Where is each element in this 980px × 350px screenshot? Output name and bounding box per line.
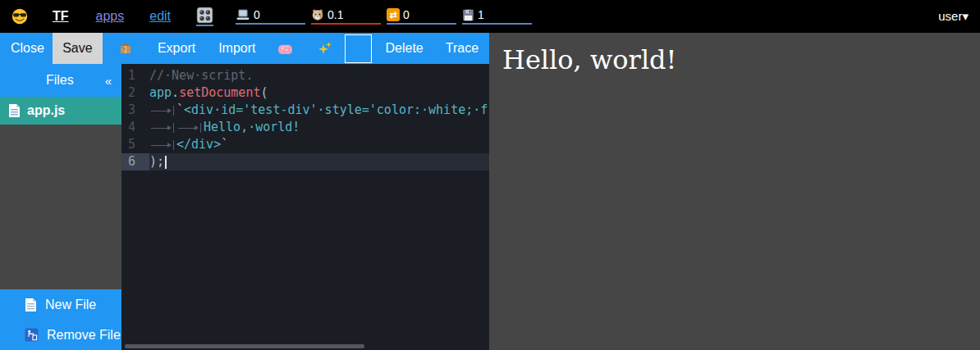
collapse-sidebar-button[interactable]: « [105, 74, 121, 88]
edit-link[interactable]: edit [149, 9, 171, 24]
import-button[interactable]: Import [218, 41, 255, 56]
code-editor[interactable]: 1 //·New·script. 2 app.setDocument( 3 `<… [121, 64, 489, 350]
laptop-counter: 0 [236, 8, 305, 25]
hamster-counter: 0.1 [311, 8, 381, 25]
line-number: 6 [121, 153, 149, 170]
tab-indicator [149, 123, 174, 133]
files-title: Files [0, 73, 105, 88]
code-line: 2 app.setDocument( [121, 84, 489, 102]
file-name: app.js [27, 103, 65, 118]
remove-file-button[interactable]: Remove File [0, 320, 121, 350]
user-menu[interactable]: user▾ [938, 9, 980, 24]
line-number: 5 [121, 136, 149, 153]
line-number: 3 [121, 102, 149, 119]
files-sidebar: Files « app.j [0, 64, 121, 350]
laptop-counter-value: 0 [254, 8, 260, 21]
floppy-counter-value: 1 [478, 8, 484, 21]
horizontal-scrollbar[interactable] [125, 344, 364, 348]
files-header: Files « [0, 64, 121, 97]
hello-world-text: Hello, world! [502, 44, 980, 75]
export-button[interactable]: Export [158, 41, 195, 56]
apps-link[interactable]: apps [96, 9, 125, 24]
code-token-punct: ); [149, 154, 164, 169]
smiley-sunglasses-icon[interactable] [11, 7, 29, 25]
soap-icon[interactable] [277, 43, 293, 55]
code-token-punct: ` [221, 137, 228, 152]
text-cursor [165, 156, 167, 169]
tab-indicator [149, 106, 174, 116]
line-number: 4 [121, 119, 149, 136]
code-line: 3 `<div·id='test-div'·style='color:·whit… [121, 102, 489, 119]
close-button[interactable]: Close [11, 41, 44, 56]
tab-indicator [176, 123, 201, 133]
code-token-string: </div> [176, 137, 221, 152]
top-bar-left: TF apps edit [0, 7, 538, 26]
code-token-variable: app [149, 85, 172, 100]
hamster-counter-value: 0.1 [327, 8, 343, 21]
color-swatch-button[interactable] [345, 34, 372, 63]
line-number: 2 [121, 84, 149, 102]
code-line: 1 //·New·script. [121, 67, 489, 84]
trace-button[interactable]: Trace [446, 41, 479, 56]
document-preview: Hello, world! [489, 33, 980, 350]
app-window: TF apps edit [0, 0, 980, 350]
code-line-active: 6 ); [121, 153, 489, 170]
document-icon [8, 103, 21, 118]
sidebar-actions: New File [0, 289, 121, 350]
code-line: 5 </div>` [121, 136, 489, 153]
new-file-button[interactable]: New File [0, 289, 121, 320]
brand-link[interactable]: TF [53, 9, 69, 24]
line-number: 1 [121, 67, 149, 84]
delete-button[interactable]: Delete [386, 41, 424, 56]
code-token-property: setDocument [179, 85, 260, 100]
sync-counter-value: 0 [403, 8, 410, 21]
code-token-string: <div·id='test-div'·style='color:·white;·… [184, 102, 488, 117]
floppy-disk-icon [462, 9, 474, 21]
code-token-punct: . [172, 85, 179, 100]
sidebar-empty-space [0, 125, 121, 289]
code-token-punct: ( [260, 85, 268, 100]
ide-panel: Close Save Export Import [0, 33, 489, 350]
laptop-icon [236, 9, 250, 21]
code-token-comment: //·New·script. [149, 68, 253, 83]
code-token-string: Hello,·world! [204, 120, 300, 134]
editor-toolbar: Close Save Export Import [0, 33, 489, 64]
code-line: 4 Hello,·world! [121, 119, 489, 136]
litter-bin-icon [25, 328, 39, 342]
main-area: Close Save Export Import [0, 33, 980, 350]
code-token-punct: ` [176, 102, 184, 117]
sync-counter: ⇄ 0 [387, 8, 456, 25]
tab-indicator [149, 140, 174, 150]
workspace: Files « app.j [0, 64, 489, 350]
file-item-appjs[interactable]: app.js [0, 97, 121, 125]
remove-file-label: Remove File [47, 328, 121, 343]
control-knobs-icon[interactable] [196, 7, 213, 26]
save-button[interactable]: Save [53, 33, 103, 64]
new-file-label: New File [45, 298, 96, 312]
top-bar: TF apps edit [0, 0, 980, 33]
sparkles-icon[interactable] [318, 41, 332, 56]
floppy-counter: 1 [462, 8, 532, 25]
hamster-icon [311, 8, 324, 21]
sync-arrows-icon: ⇄ [387, 8, 400, 21]
package-icon[interactable] [118, 41, 133, 56]
new-file-icon [25, 298, 37, 312]
